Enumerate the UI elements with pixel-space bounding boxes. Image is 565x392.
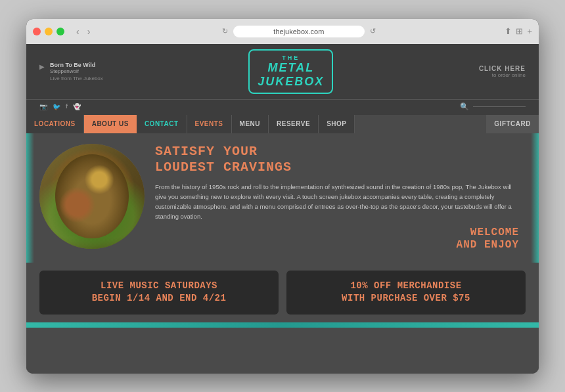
music-source: Live from The Jukebox — [50, 76, 103, 81]
nav-item-contact[interactable]: CONTACT — [137, 115, 187, 133]
food-visual — [39, 144, 145, 249]
mac-window: ‹ › ↻ thejukebox.com ↺ ⬆ ⊞ + ▶ Born To B… — [26, 19, 539, 374]
banner-discount: 10% Off Merchandise With Purchase Over $… — [286, 271, 526, 315]
banner-discount-text: 10% Off Merchandise With Purchase Over $… — [297, 280, 515, 305]
tabs-icon[interactable]: ⊞ — [516, 26, 523, 36]
nav-item-events[interactable]: EVENTS — [187, 115, 232, 133]
teal-accent-right — [531, 133, 539, 263]
nav-item-about[interactable]: ABOUT US — [84, 115, 137, 133]
nav-item-shop[interactable]: SHOP — [319, 115, 355, 133]
teal-accent-left — [26, 133, 34, 263]
title-bar: ‹ › ↻ thejukebox.com ↺ ⬆ ⊞ + — [26, 19, 539, 44]
minimize-button[interactable] — [45, 28, 53, 35]
logo-metal: METAL — [258, 61, 324, 75]
logo-the: THE — [258, 54, 324, 61]
logo-box[interactable]: THE METAL JUKEBOX — [248, 49, 333, 94]
search-icon[interactable]: 🔍 — [460, 102, 469, 111]
music-info: Born To Be Wild Steppenwolf Live from Th… — [50, 62, 103, 81]
site-header: ▶ Born To Be Wild Steppenwolf Live from … — [26, 44, 539, 100]
forward-button[interactable]: › — [85, 25, 93, 38]
close-button[interactable] — [33, 28, 41, 35]
maximize-button[interactable] — [56, 28, 64, 35]
bottom-stripe — [26, 322, 539, 328]
title-bar-right: ⬆ ⊞ + — [505, 26, 532, 36]
reload-icon[interactable]: ↺ — [370, 27, 376, 35]
instagram-icon[interactable]: 📷 — [39, 103, 47, 110]
social-row: 📷 🐦 f 👻 🔍 — [26, 100, 539, 115]
facebook-icon[interactable]: f — [66, 103, 68, 110]
nav-bar: LOCATIONS ABOUT US CONTACT EVENTS MENU R… — [26, 115, 539, 133]
music-player: ▶ Born To Be Wild Steppenwolf Live from … — [39, 62, 103, 81]
header-right: CLICK HERE to order online — [479, 65, 526, 78]
music-artist: Steppenwolf — [50, 68, 103, 74]
search-area: 🔍 — [460, 102, 526, 111]
logo-jukebox: JUKEBOX — [258, 75, 324, 89]
twitter-icon[interactable]: 🐦 — [53, 103, 60, 110]
banner-music-text: Live Music Saturdays Begin 1/14 and End … — [50, 280, 268, 305]
description: From the history of 1950s rock and roll … — [155, 182, 519, 222]
nav-item-giftcard[interactable]: GIFTCARD — [486, 115, 539, 133]
order-online: to order online — [479, 72, 526, 78]
bottom-banners: Live Music Saturdays Begin 1/14 and End … — [26, 263, 539, 322]
logo-area: THE METAL JUKEBOX — [248, 49, 333, 94]
search-underline — [473, 106, 526, 107]
nav-item-locations[interactable]: LOCATIONS — [26, 115, 84, 133]
main-content: SATISFY YOUR LOUDEST CRAVINGS From the h… — [26, 133, 539, 263]
play-icon[interactable]: ▶ — [39, 63, 45, 70]
url-bar[interactable]: thejukebox.com — [233, 26, 365, 37]
nav-item-menu[interactable]: MENU — [232, 115, 269, 133]
browser-nav: ‹ › — [74, 25, 93, 38]
refresh-icon[interactable]: ↻ — [222, 27, 228, 35]
food-image — [39, 144, 145, 249]
music-title: Born To Be Wild — [50, 62, 103, 68]
main-heading: SATISFY YOUR LOUDEST CRAVINGS — [155, 144, 519, 175]
title-bar-center: ↻ thejukebox.com ↺ — [97, 26, 501, 37]
browser-content: ▶ Born To Be Wild Steppenwolf Live from … — [26, 44, 539, 374]
snapchat-icon[interactable]: 👻 — [73, 103, 81, 110]
content-text: SATISFY YOUR LOUDEST CRAVINGS From the h… — [155, 144, 526, 252]
banner-music: Live Music Saturdays Begin 1/14 and End … — [39, 271, 279, 315]
back-button[interactable]: ‹ — [74, 25, 82, 38]
nav-item-reserve[interactable]: RESERVE — [269, 115, 319, 133]
welcome-text: WELCOME AND ENJOY — [155, 227, 519, 251]
plus-icon[interactable]: + — [527, 26, 532, 36]
share-icon[interactable]: ⬆ — [505, 26, 512, 36]
click-here[interactable]: CLICK HERE — [479, 65, 526, 72]
